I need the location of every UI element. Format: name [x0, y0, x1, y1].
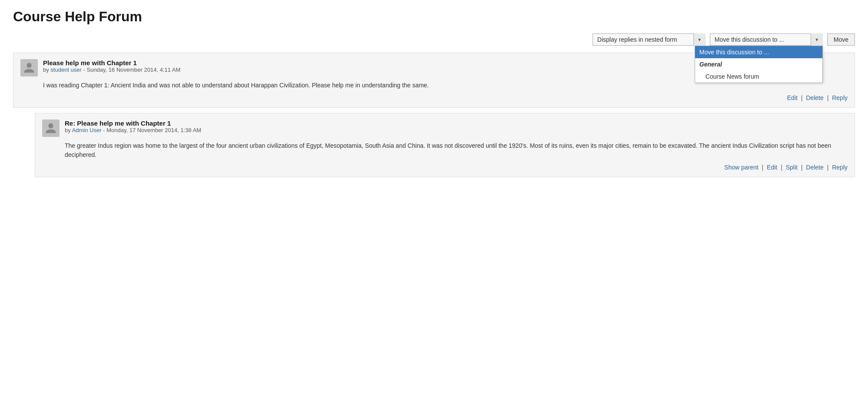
post-2-header: Re: Please help me with Chapter 1 by Adm… [42, 120, 848, 137]
post-1-avatar [20, 59, 38, 76]
post-1-sep-2: | [827, 94, 829, 101]
post-2-split-link[interactable]: Split [786, 164, 798, 171]
post-1-delete-link[interactable]: Delete [806, 94, 823, 101]
post-2-actions: Show parent | Edit | Split | Delete | Re… [42, 164, 848, 171]
post-1-edit-link[interactable]: Edit [787, 94, 798, 101]
post-2-delete-link[interactable]: Delete [806, 164, 823, 171]
post-2-by: by [65, 127, 71, 133]
dropdown-item-placeholder[interactable]: Move this discussion to ... [695, 46, 822, 58]
display-replies-select[interactable]: Display replies in nested form [593, 33, 706, 46]
post-2-body: The greater Indus region was home to the… [65, 141, 848, 159]
dropdown-item-general[interactable]: General [695, 58, 822, 70]
post-1-date: Sunday, 16 November 2014, 4:11 AM [86, 66, 180, 73]
post-2-date: Monday, 17 November 2014, 1:38 AM [106, 127, 201, 133]
post-2-meta: Re: Please help me with Chapter 1 by Adm… [65, 120, 201, 133]
post-2-byline: by Admin User - Monday, 17 November 2014… [65, 127, 201, 133]
move-discussion-select[interactable]: Move this discussion to ... [710, 33, 823, 46]
person-icon-2 [45, 122, 57, 134]
post-2-avatar [42, 120, 60, 137]
post-2-author-link[interactable]: Admin User [72, 127, 102, 133]
post-2-edit-link[interactable]: Edit [767, 164, 777, 171]
toolbar: Display replies in nested form Move this… [13, 33, 855, 46]
post-1-author-link[interactable]: student user [50, 66, 82, 73]
move-select-wrapper: Move this discussion to ... [710, 33, 823, 46]
post-2-sep-3: | [801, 164, 803, 171]
move-button[interactable]: Move [827, 33, 855, 46]
post-2-reply-link[interactable]: Reply [832, 164, 848, 171]
post-2-sep-2: | [781, 164, 782, 171]
post-1-sep-1: | [801, 94, 803, 101]
post-1-actions: Edit | Delete | Reply [20, 94, 848, 101]
post-1-byline: by student user - Sunday, 16 November 20… [43, 66, 180, 73]
post-1-meta: Please help me with Chapter 1 by student… [43, 59, 180, 73]
post-2-sep: - [103, 127, 106, 133]
post-2: Re: Please help me with Chapter 1 by Adm… [35, 113, 855, 177]
page-title: Course Help Forum [13, 9, 855, 25]
post-2-sep-4: | [827, 164, 829, 171]
move-discussion-wrapper: Move this discussion to ... Move this di… [710, 33, 823, 46]
post-1-reply-link[interactable]: Reply [832, 94, 848, 101]
post-2-sep-1: | [762, 164, 764, 171]
move-discussion-dropdown[interactable]: Move this discussion to ... General Cour… [695, 46, 823, 83]
display-replies-wrapper: Display replies in nested form [593, 33, 706, 46]
post-2-reply-container: Re: Please help me with Chapter 1 by Adm… [35, 113, 855, 177]
post-2-title: Re: Please help me with Chapter 1 [65, 120, 201, 127]
person-icon [23, 62, 35, 74]
dropdown-item-course-news[interactable]: Course News forum [695, 70, 822, 83]
post-1-by: by [43, 66, 49, 73]
post-2-show-parent-link[interactable]: Show parent [724, 164, 759, 171]
post-1-title: Please help me with Chapter 1 [43, 59, 180, 66]
